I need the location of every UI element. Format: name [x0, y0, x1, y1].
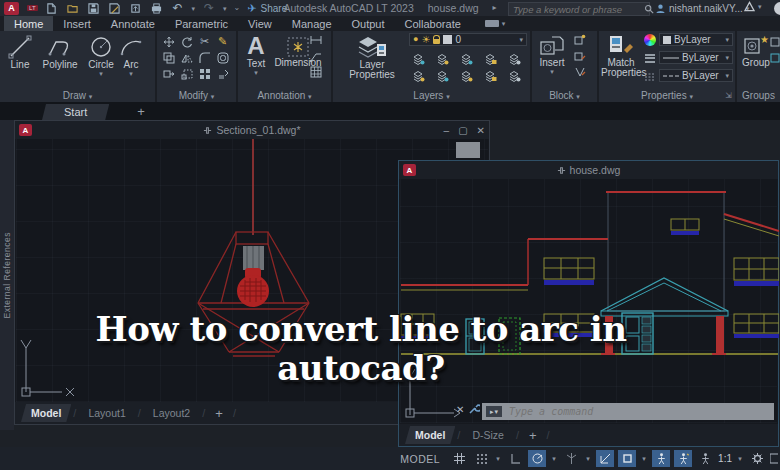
properties-panel-label[interactable]: Properties ▾	[599, 90, 735, 101]
circle-button[interactable]: Circle ▾	[85, 34, 117, 77]
save-icon[interactable]	[87, 2, 101, 14]
start-tab[interactable]: Start	[42, 104, 109, 120]
osnap-caret-icon[interactable]: ▾	[640, 455, 648, 463]
tab-manage[interactable]: Manage	[282, 16, 342, 31]
grid-display-icon[interactable]	[450, 450, 468, 467]
group-edit-icon[interactable]	[767, 51, 780, 64]
block-panel-label[interactable]: Block ▾	[532, 90, 597, 101]
text-button[interactable]: A Text ▾	[242, 33, 270, 76]
layer-dropdown-caret-icon[interactable]: ▾	[519, 36, 523, 43]
plot-print-icon[interactable]	[150, 2, 164, 14]
scale-icon[interactable]	[179, 67, 194, 80]
layer-thaw-icon[interactable]	[435, 69, 450, 82]
house-window-titlebar[interactable]: A house.dwg	[399, 161, 778, 179]
layer-properties-button[interactable]: Layer Properties	[343, 34, 401, 80]
house-dsize-tab[interactable]: D-Size	[462, 426, 514, 444]
sections-window-titlebar[interactable]: A Sections_01.dwg* – ▢ ✕	[15, 121, 489, 139]
dimension-line-icon[interactable]	[308, 33, 323, 46]
redo-caret-icon[interactable]: ▾	[223, 5, 227, 12]
commandline-customize-wrench-icon[interactable]	[468, 403, 480, 415]
commandline-close-icon[interactable]: ✕	[456, 404, 464, 415]
undo-icon[interactable]: ↶	[171, 2, 185, 14]
layer-lock2-icon[interactable]	[483, 69, 498, 82]
clean-screen-icon[interactable]	[770, 450, 778, 467]
lineweight-dropdown[interactable]: ByLayer ▾	[659, 51, 733, 64]
house-new-layout-button[interactable]: +	[521, 428, 545, 443]
layer-color-swatch[interactable]	[443, 35, 452, 44]
minimize-button[interactable]: –	[444, 125, 450, 136]
layer-freeze-icon[interactable]	[459, 52, 474, 65]
trim-icon[interactable]: ✂	[197, 35, 212, 48]
arc-button[interactable]: Arc ▾	[118, 34, 144, 77]
annotation-visibility-icon[interactable]	[652, 450, 670, 467]
export-icon[interactable]	[129, 2, 143, 14]
polar-caret-icon[interactable]: ▾	[550, 455, 558, 463]
command-prompt-icon[interactable]: ▸▾	[486, 406, 502, 417]
tab-parametric[interactable]: Parametric	[165, 16, 238, 31]
isometric-caret-icon[interactable]: ▾	[584, 455, 592, 463]
share-button[interactable]: ✈ Share	[247, 3, 287, 14]
pushpin-icon[interactable]	[557, 166, 566, 175]
isometric-drafting-icon[interactable]	[562, 450, 580, 467]
stretch-icon[interactable]	[161, 67, 176, 80]
user-account-menu[interactable]: nishant.naikVY... ▾	[655, 1, 749, 15]
undo-caret-icon[interactable]: ▾	[192, 5, 196, 12]
command-input[interactable]	[507, 405, 770, 418]
tab-insert[interactable]: Insert	[53, 16, 101, 31]
sections-layout1-tab[interactable]: Layout1	[78, 404, 135, 422]
fillet-icon[interactable]	[197, 51, 212, 64]
open-file-icon[interactable]	[66, 2, 80, 14]
ortho-mode-icon[interactable]	[506, 450, 524, 467]
layer-walk-icon[interactable]	[507, 69, 522, 82]
ribbon-display-options-button[interactable]: ▾	[479, 16, 512, 31]
qat-customize-icon[interactable]: ⌄	[234, 4, 241, 12]
object-snap-tracking-icon[interactable]	[596, 450, 614, 467]
array-icon[interactable]	[197, 67, 212, 80]
annotation-autoscale-icon[interactable]	[674, 450, 692, 467]
erase-icon[interactable]: ✎	[215, 35, 230, 48]
block-create-icon[interactable]	[572, 49, 587, 62]
scale-caret-icon[interactable]: ▾	[736, 455, 744, 463]
leader-icon[interactable]	[308, 49, 323, 62]
doc-title-caret-icon[interactable]: ▸	[493, 4, 497, 12]
groups-panel-label[interactable]: Groups	[737, 90, 780, 101]
layer-on-bulb-icon[interactable]: ●	[413, 35, 418, 44]
help-button[interactable]	[774, 2, 780, 15]
layer-isolate-icon[interactable]	[435, 52, 450, 65]
modify-panel-label[interactable]: Modify ▾	[157, 90, 236, 101]
explode-icon[interactable]	[215, 67, 230, 80]
block-attributes-icon[interactable]	[572, 65, 587, 78]
maximize-button[interactable]: ▢	[458, 125, 467, 136]
ungroup-icon[interactable]	[767, 35, 780, 48]
sections-new-layout-button[interactable]: +	[207, 406, 231, 421]
app-logo-icon[interactable]: A	[4, 2, 19, 15]
tab-view[interactable]: View	[238, 16, 282, 31]
tab-home[interactable]: Home	[4, 16, 53, 31]
close-button[interactable]: ✕	[477, 125, 485, 136]
new-drawing-tab-button[interactable]: +	[137, 104, 145, 120]
object-color-dropdown[interactable]: ByLayer ▾	[659, 33, 733, 46]
model-space-indicator[interactable]: MODEL	[400, 453, 440, 465]
customization-gear-icon[interactable]	[748, 450, 766, 467]
layer-freeze-sun-icon[interactable]: ☀	[421, 35, 430, 45]
save-as-icon[interactable]	[108, 2, 122, 14]
house-model-tab[interactable]: Model	[405, 426, 455, 444]
polar-tracking-icon[interactable]	[528, 450, 546, 467]
annotation-panel-label[interactable]: Annotation ▾	[238, 90, 331, 101]
copy-icon[interactable]	[161, 51, 176, 64]
sections-layout2-tab[interactable]: Layout2	[143, 404, 200, 422]
insert-button[interactable]: Insert ▾	[535, 34, 569, 75]
layer-lock-icon[interactable]	[483, 52, 498, 65]
sections-model-tab[interactable]: Model	[21, 404, 71, 422]
object-snap-icon[interactable]	[618, 450, 636, 467]
rotate-icon[interactable]	[179, 35, 194, 48]
snap-mode-icon[interactable]	[472, 450, 490, 467]
annotation-scale-icon[interactable]	[696, 450, 714, 467]
tab-annotate[interactable]: Annotate	[101, 16, 165, 31]
tab-output[interactable]: Output	[342, 16, 395, 31]
pushpin-icon[interactable]	[203, 126, 212, 135]
search-input[interactable]	[509, 4, 641, 15]
autodesk-account-menu[interactable]: ▾	[744, 1, 762, 12]
new-file-icon[interactable]	[45, 2, 59, 14]
line-button[interactable]: Line	[5, 34, 35, 70]
